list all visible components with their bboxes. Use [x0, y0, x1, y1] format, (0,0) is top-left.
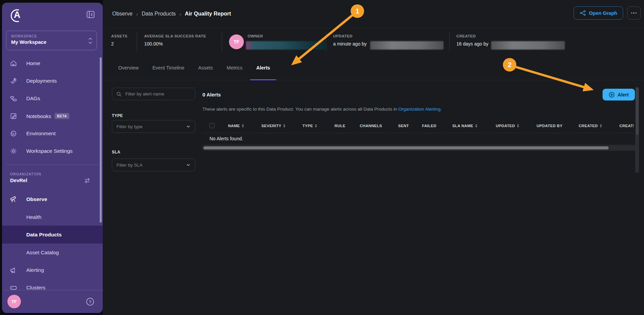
alerts-table-header: NAME SEVERITY TYPE RULE CHANNELS SENT FA… [202, 119, 634, 133]
column-header-name[interactable]: NAME [228, 119, 244, 133]
breadcrumb-observe[interactable]: Observe [112, 11, 132, 17]
more-options-button[interactable] [627, 6, 641, 20]
sidebar-item-deployments[interactable]: Deployments [2, 72, 103, 90]
created-label: CREATED [456, 34, 476, 38]
tab-alerts[interactable]: Alerts [250, 56, 276, 80]
column-header-failed: FAILED [422, 119, 437, 133]
updated-by-redacted [370, 41, 444, 50]
owner-avatar: TF [229, 34, 244, 49]
sidebar-item-label: Home [26, 60, 40, 66]
switch-organization-icon[interactable] [84, 177, 91, 184]
search-icon [116, 91, 122, 97]
assets-label: ASSETS [111, 34, 127, 38]
sort-icon [475, 124, 477, 127]
globe-icon [9, 130, 18, 138]
column-header-sla-name[interactable]: SLA NAME [452, 119, 477, 133]
sla-rate-label: AVERAGE SLA SUCCESS RATE [144, 34, 206, 38]
column-header-severity[interactable]: SEVERITY [261, 119, 285, 133]
owner-label: OWNER [248, 34, 263, 38]
workspace-selector[interactable]: WORKSPACE My Workspace [6, 31, 97, 50]
sidebar-item-dags[interactable]: DAGs [2, 90, 103, 107]
sidebar-item-notebooks[interactable]: NotebooksBETA [2, 107, 103, 125]
organization-label: ORGANIZATION [10, 172, 41, 176]
sidebar-item-observe[interactable]: Observe [2, 190, 103, 208]
sidebar-item-data-products[interactable]: Data Products [2, 226, 103, 244]
sla-filter-select[interactable]: Filter by SLA [112, 159, 195, 171]
select-all-checkbox[interactable] [210, 123, 215, 128]
organization-alerting-link[interactable]: Organization Alerting [398, 107, 441, 112]
open-graph-label: Open Graph [589, 10, 617, 16]
updated-label: UPDATED [333, 34, 353, 38]
sidebar-divider [6, 165, 98, 165]
empty-state-text: No Alerts found. [210, 136, 243, 141]
type-filter-placeholder: Filter by type [117, 124, 142, 129]
sidebar-item-label: Alerting [26, 267, 44, 273]
tab-event-timeline[interactable]: Event Timeline [146, 56, 190, 80]
sidebar-item-environment[interactable]: Environment [2, 125, 103, 142]
home-icon [9, 59, 18, 67]
tab-assets[interactable]: Assets [192, 56, 219, 80]
horizontal-scrollbar-thumb[interactable] [203, 146, 609, 149]
page-title: Air Quality Report [185, 11, 231, 17]
sidebar-item-label: Data Products [26, 232, 62, 238]
chevron-down-icon [186, 163, 191, 167]
more-icon [631, 12, 633, 14]
search-input[interactable] [125, 91, 191, 97]
dag-icon [9, 94, 18, 103]
tab-metrics[interactable]: Metrics [221, 56, 249, 80]
telescope-icon [9, 195, 18, 203]
updated-value: a minute ago by [333, 41, 367, 47]
sidebar-item-label: Environment [26, 131, 56, 137]
sort-icon [315, 124, 317, 127]
column-header-updated[interactable]: UPDATED [496, 119, 519, 133]
sidebar-collapse-icon[interactable] [86, 10, 95, 19]
sidebar-item-health[interactable]: Health [2, 208, 103, 226]
open-graph-button[interactable]: Open Graph [574, 6, 623, 20]
type-filter-label: TYPE [112, 113, 123, 118]
plus-circle-icon [609, 92, 615, 98]
add-alert-button[interactable]: Alert [603, 89, 635, 101]
sidebar-item-label: Asset Catalog [26, 250, 59, 256]
notebook-icon [9, 112, 18, 120]
alert-search[interactable] [112, 88, 195, 100]
sidebar-item-home[interactable]: Home [2, 55, 103, 72]
vertical-scrollbar[interactable] [635, 87, 639, 173]
workspace-name: My Workspace [11, 39, 92, 45]
alerts-description: These alerts are specific to this Data P… [202, 107, 442, 112]
sidebar-item-alerting[interactable]: Alerting [2, 261, 103, 279]
user-avatar[interactable]: TF [7, 295, 21, 308]
column-header-channels: CHANNELS [360, 119, 382, 133]
sidebar-scrollbar[interactable] [100, 57, 102, 223]
sort-icon [283, 124, 285, 127]
breadcrumb-data-products[interactable]: Data Products [141, 11, 175, 17]
breadcrumb: Observe › Data Products › Air Quality Re… [112, 0, 231, 28]
assets-value: 2 [111, 41, 114, 47]
stats-divider [326, 32, 326, 52]
workspace-label: WORKSPACE [11, 34, 92, 38]
sidebar-item-asset-catalog[interactable]: Asset Catalog [2, 244, 103, 261]
vertical-scrollbar-thumb[interactable] [636, 88, 639, 135]
horizontal-scrollbar[interactable] [202, 145, 639, 151]
organization-name: DevRel [10, 177, 27, 183]
column-header-created-by: CREATED BY [619, 119, 634, 133]
alerts-table: NAME SEVERITY TYPE RULE CHANNELS SENT FA… [202, 119, 634, 144]
column-header-sent: SENT [398, 119, 409, 133]
column-header-created[interactable]: CREATED [579, 119, 602, 133]
add-alert-label: Alert [617, 92, 629, 97]
graph-icon [580, 10, 586, 16]
sla-rate-value: 100.00% [144, 41, 163, 47]
column-header-type[interactable]: TYPE [302, 119, 317, 133]
sidebar-item-label: Clusters [26, 285, 45, 291]
stats-divider [137, 32, 137, 52]
help-icon[interactable]: ? [86, 297, 94, 306]
sidebar-item-workspace-settings[interactable]: Workspace Settings [2, 142, 103, 160]
sla-filter-placeholder: Filter by SLA [117, 163, 142, 168]
owner-name-redacted [246, 41, 325, 50]
sidebar-item-label: Deployments [26, 78, 57, 84]
tab-overview[interactable]: Overview [112, 56, 144, 80]
column-header-updated-by: UPDATED BY [537, 119, 562, 133]
tab-bar: Overview Event Timeline Assets Metrics A… [103, 56, 644, 80]
type-filter-select[interactable]: Filter by type [112, 120, 195, 133]
sidebar-item-label: Workspace Settings [26, 148, 73, 154]
sort-icon [517, 124, 519, 127]
